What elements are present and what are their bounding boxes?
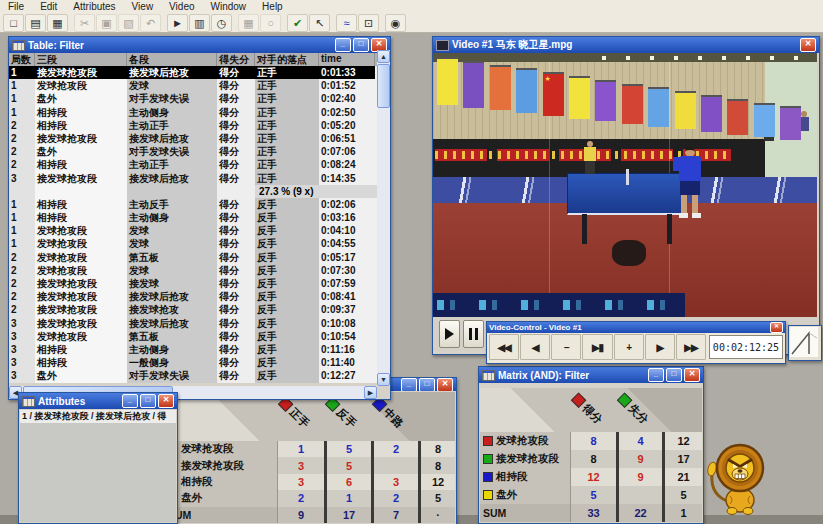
table-titlebar[interactable]: Table: Filter _ □ ✕ [9, 37, 390, 53]
slower-button[interactable]: − [551, 334, 581, 360]
column-header[interactable]: 各段 [127, 53, 217, 66]
table-row[interactable]: 1接发球抢攻段接发球后抢攻得分正手0:01:33 [9, 66, 390, 79]
close-button[interactable]: ✕ [158, 394, 174, 408]
jog-panel[interactable] [788, 325, 822, 361]
attributes-entry[interactable]: 1 / 接发球抢攻段 / 接发球后抢攻 / 得 [20, 410, 176, 423]
maximize-button[interactable]: □ [419, 378, 435, 391]
fast-forward-button[interactable]: ▶▶ [676, 334, 706, 360]
faster-button[interactable]: + [614, 334, 644, 360]
video-control-titlebar[interactable]: Video-Control - Video #1 ✕ [487, 322, 785, 333]
cursor-button[interactable]: ↖ [309, 14, 330, 32]
assistant-lion-mascot[interactable] [700, 440, 776, 520]
matrix-row[interactable]: 相持段36312 [165, 474, 455, 490]
table-row[interactable]: 1相持段主动侧身得分反手0:03:16 [9, 211, 390, 224]
matrix-and-titlebar[interactable]: Matrix (AND): Filter _ □ ✕ [479, 367, 703, 383]
column-header[interactable]: time [319, 53, 375, 66]
maximize-button[interactable]: □ [353, 38, 369, 52]
table-row[interactable]: 2接发球抢攻段接发球后抢攻得分反手0:08:41 [9, 290, 390, 303]
matrix-column-header[interactable]: 反手 [323, 395, 359, 431]
menu-item-file[interactable]: File [0, 0, 32, 14]
check-button[interactable]: ✔ [287, 14, 308, 32]
video-button[interactable]: ► [167, 14, 188, 32]
table-row[interactable]: 1发球抢攻段发球得分正手0:01:52 [9, 79, 390, 92]
column-header[interactable]: 对手的落点 [255, 53, 319, 66]
matrix-row[interactable]: 发球抢攻段1528 [165, 441, 455, 457]
table-row[interactable]: 2发球抢攻段第五板得分反手0:05:17 [9, 251, 390, 264]
matrix-row[interactable]: 盘外2125 [165, 490, 455, 506]
minimize-button[interactable]: _ [648, 368, 664, 382]
step-forward-button[interactable]: ▶ [645, 334, 675, 360]
table-row[interactable]: 3接发球抢攻段接发球后抢攻得分正手0:14:35 [9, 172, 390, 185]
curve-button[interactable]: ≈ [336, 14, 357, 32]
video-frame[interactable]: ★ [433, 53, 817, 317]
menu-item-video[interactable]: Video [161, 0, 202, 14]
table-row[interactable]: 1相持段主动侧身得分正手0:02:50 [9, 106, 390, 119]
column-header[interactable]: 三段 [35, 53, 127, 66]
table-cell: 2 [9, 264, 35, 277]
monitor-button[interactable]: ⊡ [358, 14, 379, 32]
scroll-up-icon[interactable]: ▲ [377, 50, 390, 63]
column-header[interactable]: 局数 [9, 53, 35, 66]
save-button[interactable]: ▦ [47, 14, 68, 32]
scroll-thumb[interactable] [377, 64, 390, 108]
new-file-button[interactable]: □ [3, 14, 24, 32]
column-header[interactable]: 得失分 [217, 53, 255, 66]
play-button[interactable] [439, 320, 460, 348]
matrix-column-header[interactable]: 失分 [615, 391, 651, 427]
table-row[interactable]: 2相持段主动正手得分正手0:05:20 [9, 119, 390, 132]
menu-item-window[interactable]: Window [203, 0, 255, 14]
scroll-down-icon[interactable]: ▼ [377, 373, 390, 386]
play-pause-button[interactable]: ▶▮ [582, 334, 612, 360]
table-row[interactable]: 2接发球抢攻段接发球得分反手0:07:59 [9, 277, 390, 290]
menu-item-view[interactable]: View [124, 0, 162, 14]
menu-item-edit[interactable]: Edit [32, 0, 65, 14]
filmstrip-button[interactable]: ▥ [189, 14, 210, 32]
matrix-column-header[interactable]: 正手 [276, 395, 312, 431]
matrix-row[interactable]: 相持段12921 [480, 468, 702, 486]
table-row[interactable]: 2接发球抢攻段接发球后抢攻得分正手0:06:51 [9, 132, 390, 145]
matrix-row[interactable]: 盘外55 [480, 486, 702, 504]
timer-button[interactable]: ◷ [211, 14, 232, 32]
table-row[interactable]: 3发球抢攻段第五板得分反手0:10:54 [9, 330, 390, 343]
table-row[interactable]: 3相持段主动侧身得分反手0:11:16 [9, 343, 390, 356]
menu-item-help[interactable]: Help [254, 0, 291, 14]
table-row[interactable]: 1发球抢攻段发球得分反手0:04:10 [9, 224, 390, 237]
minimize-button[interactable]: _ [335, 38, 351, 52]
table-row[interactable]: 2接发球抢攻段接发球抢攻得分反手0:09:37 [9, 303, 390, 316]
scroll-right-icon[interactable]: ▶ [364, 386, 377, 399]
minimize-button[interactable]: _ [401, 378, 417, 391]
maximize-button[interactable]: □ [666, 368, 682, 382]
matrix-column-header[interactable]: 中路 [370, 395, 406, 431]
step-back-button[interactable]: ◀ [520, 334, 550, 360]
matrix-row[interactable]: SUM9177· [165, 507, 455, 523]
close-button[interactable]: ✕ [800, 38, 816, 52]
table-row[interactable]: 1发球抢攻段发球得分反手0:04:55 [9, 237, 390, 250]
matrix-row[interactable]: 接发球抢攻段358 [165, 457, 455, 473]
table-row[interactable]: 3相持段一般侧身得分反手0:11:40 [9, 356, 390, 369]
table-row[interactable]: 2相持段主动正手得分正手0:08:24 [9, 158, 390, 171]
attributes-titlebar[interactable]: Attributes _ □ ✕ [19, 393, 177, 409]
fast-rewind-button[interactable]: ◀◀ [489, 334, 519, 360]
matrix-row[interactable]: SUM33221 [480, 504, 702, 522]
row-label-text: 相持段 [181, 475, 213, 489]
camera-button[interactable]: ◉ [385, 14, 406, 32]
matrix-row[interactable]: 接发球抢攻段8917 [480, 450, 702, 468]
matrix-column-header[interactable]: 得分 [569, 391, 605, 427]
table-row[interactable]: 2盘外对手发球失误得分正手0:07:06 [9, 145, 390, 158]
table-row[interactable]: 3接发球抢攻段接发球后抢攻得分反手0:10:08 [9, 317, 390, 330]
maximize-button[interactable]: □ [140, 394, 156, 408]
close-button[interactable]: ✕ [770, 322, 783, 333]
table-row[interactable]: 3盘外对手发球失误得分反手0:12:27 [9, 369, 390, 382]
video-titlebar[interactable]: Video #1 马东 晓卫星.mpg ✕ [433, 37, 819, 53]
close-button[interactable]: ✕ [684, 368, 700, 382]
minimize-button[interactable]: _ [122, 394, 138, 408]
pause-button[interactable] [463, 320, 484, 348]
close-button[interactable]: ✕ [437, 378, 453, 391]
vertical-scrollbar[interactable]: ▲ ▼ [377, 50, 390, 386]
matrix-row[interactable]: 发球抢攻段8412 [480, 432, 702, 450]
menu-item-attributes[interactable]: Attributes [65, 0, 123, 14]
open-file-button[interactable]: ▤ [25, 14, 46, 32]
table-row[interactable]: 2发球抢攻段发球得分反手0:07:30 [9, 264, 390, 277]
table-row[interactable]: 1相持段主动反手得分反手0:02:06 [9, 198, 390, 211]
table-row[interactable]: 1盘外对手发球失误得分正手0:02:40 [9, 92, 390, 105]
